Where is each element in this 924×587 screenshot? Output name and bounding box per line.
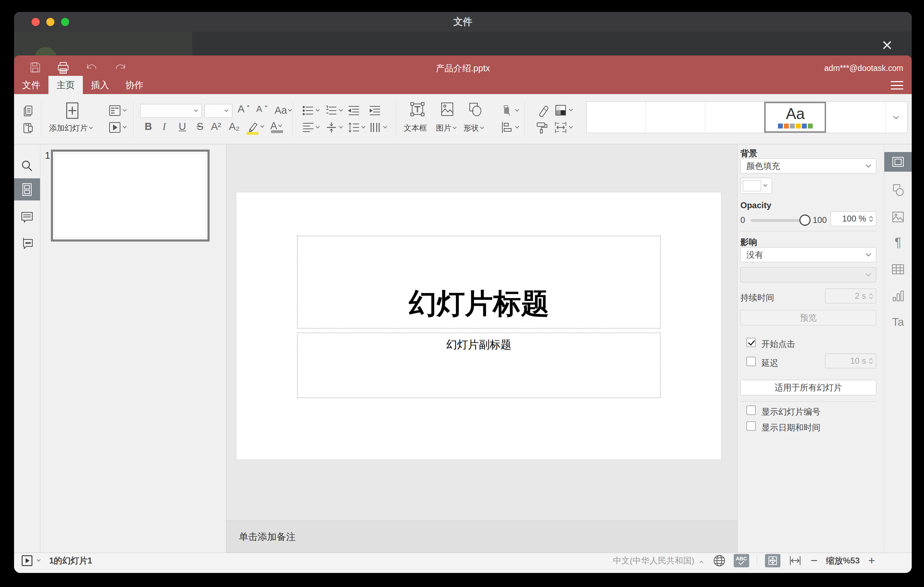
image-button[interactable]: 图片 bbox=[436, 123, 456, 134]
fit-to-width-icon[interactable] bbox=[789, 556, 802, 566]
bullet-list-button[interactable] bbox=[302, 105, 319, 117]
delay-checkbox[interactable] bbox=[746, 357, 756, 366]
zoom-out-button[interactable]: − bbox=[807, 554, 821, 567]
arrange-shape-button[interactable] bbox=[501, 104, 518, 117]
horizontal-align-button[interactable] bbox=[302, 122, 319, 134]
image-settings-icon[interactable] bbox=[884, 206, 912, 228]
slide-size-button[interactable] bbox=[554, 122, 572, 134]
theme-option-selected[interactable]: Aa bbox=[764, 102, 826, 133]
font-size-select[interactable] bbox=[204, 104, 233, 118]
opacity-slider-track[interactable] bbox=[751, 219, 804, 222]
increase-font-icon[interactable]: A bbox=[238, 103, 250, 115]
language-label[interactable]: 中文(中华人民共和国) bbox=[613, 555, 695, 566]
shape-settings-icon[interactable] bbox=[884, 180, 912, 201]
spellcheck-icon[interactable]: ABC bbox=[734, 554, 749, 567]
theme-option[interactable] bbox=[826, 102, 885, 133]
chart-settings-icon[interactable] bbox=[884, 285, 912, 307]
tab-home[interactable]: 主页 bbox=[48, 76, 83, 94]
change-case-button[interactable]: Aa bbox=[274, 105, 291, 116]
theme-gallery-expand[interactable] bbox=[885, 102, 907, 133]
apply-to-all-slides-button[interactable]: 适用于所有幻灯片 bbox=[741, 380, 876, 395]
vertical-align-button[interactable] bbox=[325, 122, 342, 134]
effect-type-select[interactable] bbox=[741, 267, 876, 282]
slide-canvas[interactable]: 幻灯片标题 幻灯片副标题 bbox=[236, 192, 721, 460]
textart-settings-icon[interactable]: Ta bbox=[884, 312, 912, 333]
menu-icon[interactable] bbox=[891, 80, 903, 91]
image-icon[interactable] bbox=[439, 101, 455, 117]
copy-button[interactable] bbox=[22, 105, 34, 117]
zoom-level: 缩放%53 bbox=[826, 555, 860, 566]
close-icon[interactable]: × bbox=[877, 35, 897, 55]
fill-color-picker[interactable] bbox=[741, 178, 772, 194]
decrease-indent-button[interactable] bbox=[348, 105, 360, 117]
search-icon[interactable] bbox=[14, 155, 40, 176]
superscript-button[interactable]: A² bbox=[211, 121, 223, 132]
theme-option[interactable] bbox=[646, 102, 705, 133]
textbox-icon[interactable] bbox=[409, 101, 426, 117]
theme-option[interactable] bbox=[705, 102, 765, 133]
paragraph-settings-icon[interactable]: ¶ bbox=[884, 232, 912, 253]
delay-input[interactable]: 10 s bbox=[825, 353, 876, 368]
decrease-font-icon[interactable]: A bbox=[256, 104, 268, 114]
theme-option[interactable] bbox=[587, 102, 646, 133]
theme-colors-button[interactable] bbox=[554, 103, 572, 117]
shape-button[interactable]: 形状 bbox=[464, 123, 483, 134]
preview-effect-button[interactable]: 预览 bbox=[741, 310, 876, 325]
subtitle-placeholder[interactable]: 幻灯片副标题 bbox=[297, 333, 661, 398]
columns-button[interactable] bbox=[369, 122, 386, 134]
italic-button[interactable]: I bbox=[163, 121, 175, 132]
preview-button[interactable] bbox=[108, 121, 126, 134]
strikethrough-button[interactable]: S bbox=[196, 121, 208, 132]
underline-button[interactable]: U bbox=[179, 121, 191, 132]
highlight-color-button[interactable] bbox=[246, 120, 264, 134]
document-language-icon[interactable] bbox=[713, 554, 726, 567]
title-placeholder[interactable]: 幻灯片标题 bbox=[297, 236, 661, 329]
bold-button[interactable]: B bbox=[145, 121, 157, 132]
subscript-button[interactable]: A₂ bbox=[229, 121, 241, 132]
tab-collaboration[interactable]: 协作 bbox=[117, 76, 152, 94]
right-icon-strip: ¶ Ta bbox=[884, 144, 912, 552]
opacity-input[interactable]: 100 % bbox=[831, 211, 876, 226]
toolbar: 添加幻灯片 A A Aa B I U S A² A₂ bbox=[14, 94, 912, 144]
delay-label: 延迟 bbox=[761, 358, 778, 369]
zoom-in-button[interactable]: + bbox=[865, 554, 879, 567]
duration-input[interactable]: 2 s bbox=[825, 289, 876, 303]
slide-settings-icon[interactable] bbox=[884, 152, 912, 171]
slide-title-text: 幻灯片标题 bbox=[409, 285, 549, 323]
fill-type-select[interactable]: 颜色填充 bbox=[741, 158, 876, 173]
fit-to-slide-icon[interactable] bbox=[765, 554, 780, 567]
notes-area[interactable]: 单击添加备注 bbox=[226, 521, 737, 552]
slide-thumbnail[interactable] bbox=[51, 150, 210, 242]
start-slideshow-button[interactable] bbox=[21, 555, 40, 567]
eraser-icon[interactable] bbox=[535, 104, 549, 117]
slide-indicator: 1的幻灯片1 bbox=[49, 555, 92, 566]
show-date-time-checkbox[interactable] bbox=[746, 421, 756, 431]
line-spacing-button[interactable] bbox=[348, 122, 365, 134]
numbered-list-button[interactable] bbox=[325, 105, 342, 117]
paste-button[interactable] bbox=[22, 122, 34, 134]
chat-icon[interactable] bbox=[14, 233, 40, 254]
paint-roller-icon[interactable] bbox=[535, 121, 549, 135]
window-title: 文件 bbox=[14, 12, 912, 31]
start-on-click-checkbox[interactable] bbox=[746, 338, 756, 347]
shape-icon[interactable] bbox=[467, 101, 483, 117]
effect-select[interactable]: 没有 bbox=[741, 247, 876, 262]
document-title[interactable]: 产品介绍.pptx bbox=[14, 60, 912, 76]
font-color-button[interactable]: A bbox=[270, 120, 282, 132]
textbox-button[interactable]: 文本框 bbox=[404, 123, 427, 134]
comments-icon[interactable] bbox=[14, 207, 40, 228]
show-slide-number-checkbox[interactable] bbox=[746, 406, 756, 415]
slide-layout-button[interactable] bbox=[108, 104, 126, 117]
font-name-select[interactable] bbox=[140, 104, 202, 118]
slides-panel-icon[interactable] bbox=[14, 178, 40, 201]
tab-file[interactable]: 文件 bbox=[14, 76, 48, 94]
tab-insert[interactable]: 插入 bbox=[83, 76, 117, 94]
add-slide-icon[interactable] bbox=[65, 102, 79, 119]
add-slide-button[interactable]: 添加幻灯片 bbox=[49, 123, 92, 134]
duration-label: 持续时间 bbox=[741, 292, 774, 303]
align-shape-button[interactable] bbox=[501, 122, 518, 134]
table-settings-icon[interactable] bbox=[884, 259, 912, 280]
opacity-label: Opacity bbox=[741, 201, 771, 210]
opacity-slider-thumb[interactable] bbox=[799, 214, 810, 226]
increase-indent-button[interactable] bbox=[369, 105, 381, 117]
